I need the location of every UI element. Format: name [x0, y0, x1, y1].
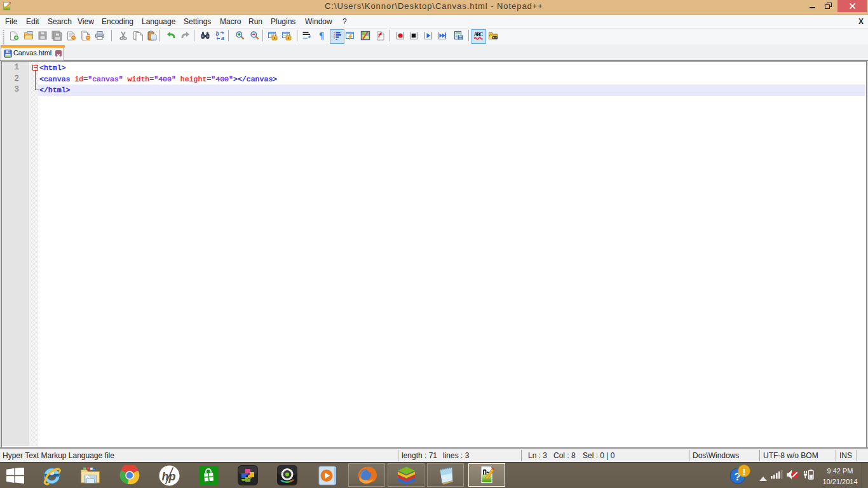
svg-text:!: ! [743, 466, 746, 477]
svg-text:a: a [221, 35, 224, 41]
svg-text:ABC: ABC [474, 31, 484, 37]
svg-text:¶: ¶ [319, 30, 324, 41]
svg-text:b: b [215, 30, 219, 37]
